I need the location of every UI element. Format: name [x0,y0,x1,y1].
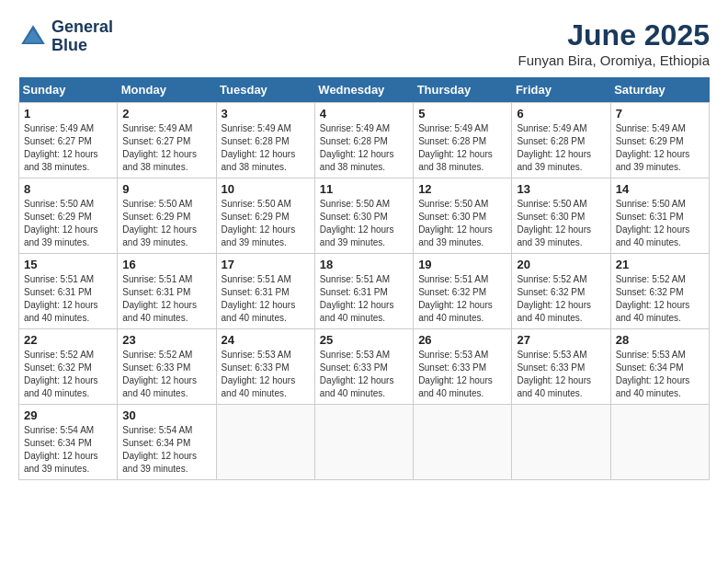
calendar-row: 29 Sunrise: 5:54 AMSunset: 6:34 PMDaylig… [19,405,710,480]
day-number: 16 [122,258,210,271]
day-info: Sunrise: 5:52 AMSunset: 6:32 PMDaylight:… [616,273,704,325]
day-number: 14 [616,182,704,196]
calendar-cell: 4 Sunrise: 5:49 AMSunset: 6:28 PMDayligh… [314,103,413,178]
calendar-cell [512,405,610,480]
day-number: 20 [517,258,605,271]
calendar-row: 22 Sunrise: 5:52 AMSunset: 6:32 PMDaylig… [19,329,710,405]
calendar-row: 1 Sunrise: 5:49 AMSunset: 6:27 PMDayligh… [19,103,710,178]
day-info: Sunrise: 5:51 AMSunset: 6:31 PMDaylight:… [24,273,112,325]
title-area: June 2025 Funyan Bira, Oromiya, Ethiopia [518,18,710,68]
calendar-header-row: SundayMondayTuesdayWednesdayThursdayFrid… [19,77,710,103]
month-title: June 2025 [518,18,710,52]
day-number: 22 [24,333,112,347]
day-info: Sunrise: 5:53 AMSunset: 6:34 PMDaylight:… [616,349,704,400]
day-info: Sunrise: 5:50 AMSunset: 6:31 PMDaylight:… [616,198,704,249]
calendar-cell: 6 Sunrise: 5:49 AMSunset: 6:28 PMDayligh… [512,103,610,178]
day-info: Sunrise: 5:50 AMSunset: 6:30 PMDaylight:… [320,198,408,249]
day-info: Sunrise: 5:52 AMSunset: 6:32 PMDaylight:… [517,273,605,325]
day-info: Sunrise: 5:51 AMSunset: 6:32 PMDaylight:… [418,273,506,325]
calendar-cell: 24 Sunrise: 5:53 AMSunset: 6:33 PMDaylig… [216,329,314,405]
calendar-cell: 9 Sunrise: 5:50 AMSunset: 6:29 PMDayligh… [118,178,216,254]
calendar-table: SundayMondayTuesdayWednesdayThursdayFrid… [18,77,710,480]
day-info: Sunrise: 5:49 AMSunset: 6:27 PMDaylight:… [122,122,210,174]
day-number: 6 [517,107,605,121]
day-info: Sunrise: 5:52 AMSunset: 6:33 PMDaylight:… [122,349,210,400]
day-info: Sunrise: 5:52 AMSunset: 6:32 PMDaylight:… [24,349,112,400]
day-number: 13 [517,182,605,196]
day-number: 30 [122,408,210,422]
day-number: 18 [320,258,408,271]
day-info: Sunrise: 5:51 AMSunset: 6:31 PMDaylight:… [222,273,310,325]
day-of-week-header: Friday [512,77,610,103]
day-of-week-header: Tuesday [216,77,314,103]
day-number: 27 [517,333,605,347]
calendar-cell [216,405,314,480]
day-number: 15 [24,258,112,271]
calendar-cell: 10 Sunrise: 5:50 AMSunset: 6:29 PMDaylig… [216,178,314,254]
day-info: Sunrise: 5:50 AMSunset: 6:29 PMDaylight:… [24,198,112,249]
calendar-cell: 18 Sunrise: 5:51 AMSunset: 6:31 PMDaylig… [314,254,413,329]
calendar-cell: 13 Sunrise: 5:50 AMSunset: 6:30 PMDaylig… [512,178,610,254]
day-number: 8 [24,182,112,196]
day-number: 26 [418,333,506,347]
calendar-row: 15 Sunrise: 5:51 AMSunset: 6:31 PMDaylig… [19,254,710,329]
day-number: 28 [616,333,704,347]
day-number: 29 [24,408,112,422]
day-number: 23 [122,333,210,347]
calendar-cell: 29 Sunrise: 5:54 AMSunset: 6:34 PMDaylig… [19,405,118,480]
logo: General Blue [18,18,113,55]
day-number: 5 [418,107,506,121]
day-info: Sunrise: 5:49 AMSunset: 6:28 PMDaylight:… [320,122,408,174]
calendar-cell: 28 Sunrise: 5:53 AMSunset: 6:34 PMDaylig… [610,329,709,405]
calendar-cell: 16 Sunrise: 5:51 AMSunset: 6:31 PMDaylig… [118,254,216,329]
day-number: 3 [222,107,310,121]
day-info: Sunrise: 5:49 AMSunset: 6:28 PMDaylight:… [517,122,605,174]
day-info: Sunrise: 5:50 AMSunset: 6:29 PMDaylight:… [122,198,210,249]
day-info: Sunrise: 5:51 AMSunset: 6:31 PMDaylight:… [122,273,210,325]
day-number: 24 [222,333,310,347]
calendar-cell: 14 Sunrise: 5:50 AMSunset: 6:31 PMDaylig… [610,178,709,254]
page-header: General Blue June 2025 Funyan Bira, Orom… [18,18,710,68]
day-of-week-header: Sunday [19,77,118,103]
day-info: Sunrise: 5:53 AMSunset: 6:33 PMDaylight:… [517,349,605,400]
day-number: 10 [222,182,310,196]
day-number: 4 [320,107,408,121]
day-info: Sunrise: 5:49 AMSunset: 6:28 PMDaylight:… [222,122,310,174]
calendar-cell: 19 Sunrise: 5:51 AMSunset: 6:32 PMDaylig… [414,254,512,329]
calendar-cell [414,405,512,480]
day-info: Sunrise: 5:53 AMSunset: 6:33 PMDaylight:… [418,349,506,400]
calendar-row: 8 Sunrise: 5:50 AMSunset: 6:29 PMDayligh… [19,178,710,254]
calendar-cell: 21 Sunrise: 5:52 AMSunset: 6:32 PMDaylig… [610,254,709,329]
calendar-cell [314,405,413,480]
day-of-week-header: Saturday [610,77,709,103]
day-info: Sunrise: 5:49 AMSunset: 6:29 PMDaylight:… [616,122,704,174]
day-of-week-header: Wednesday [314,77,413,103]
calendar-cell: 8 Sunrise: 5:50 AMSunset: 6:29 PMDayligh… [19,178,118,254]
calendar-cell: 26 Sunrise: 5:53 AMSunset: 6:33 PMDaylig… [414,329,512,405]
day-info: Sunrise: 5:53 AMSunset: 6:33 PMDaylight:… [222,349,310,400]
day-of-week-header: Monday [118,77,216,103]
day-info: Sunrise: 5:54 AMSunset: 6:34 PMDaylight:… [24,424,112,476]
day-number: 9 [122,182,210,196]
day-number: 17 [222,258,310,271]
calendar-cell: 25 Sunrise: 5:53 AMSunset: 6:33 PMDaylig… [314,329,413,405]
day-of-week-header: Thursday [414,77,512,103]
day-info: Sunrise: 5:51 AMSunset: 6:31 PMDaylight:… [320,273,408,325]
calendar-cell: 7 Sunrise: 5:49 AMSunset: 6:29 PMDayligh… [610,103,709,178]
logo-text: General Blue [51,18,113,55]
day-info: Sunrise: 5:49 AMSunset: 6:27 PMDaylight:… [24,122,112,174]
day-info: Sunrise: 5:49 AMSunset: 6:28 PMDaylight:… [418,122,506,174]
day-number: 1 [24,107,112,121]
calendar-cell: 12 Sunrise: 5:50 AMSunset: 6:30 PMDaylig… [414,178,512,254]
calendar-cell: 23 Sunrise: 5:52 AMSunset: 6:33 PMDaylig… [118,329,216,405]
calendar-cell: 30 Sunrise: 5:54 AMSunset: 6:34 PMDaylig… [118,405,216,480]
day-number: 11 [320,182,408,196]
calendar-cell: 1 Sunrise: 5:49 AMSunset: 6:27 PMDayligh… [19,103,118,178]
calendar-cell: 5 Sunrise: 5:49 AMSunset: 6:28 PMDayligh… [414,103,512,178]
calendar-cell: 20 Sunrise: 5:52 AMSunset: 6:32 PMDaylig… [512,254,610,329]
day-number: 19 [418,258,506,271]
day-info: Sunrise: 5:53 AMSunset: 6:33 PMDaylight:… [320,349,408,400]
day-info: Sunrise: 5:54 AMSunset: 6:34 PMDaylight:… [122,424,210,476]
day-info: Sunrise: 5:50 AMSunset: 6:30 PMDaylight:… [517,198,605,249]
day-info: Sunrise: 5:50 AMSunset: 6:29 PMDaylight:… [222,198,310,249]
